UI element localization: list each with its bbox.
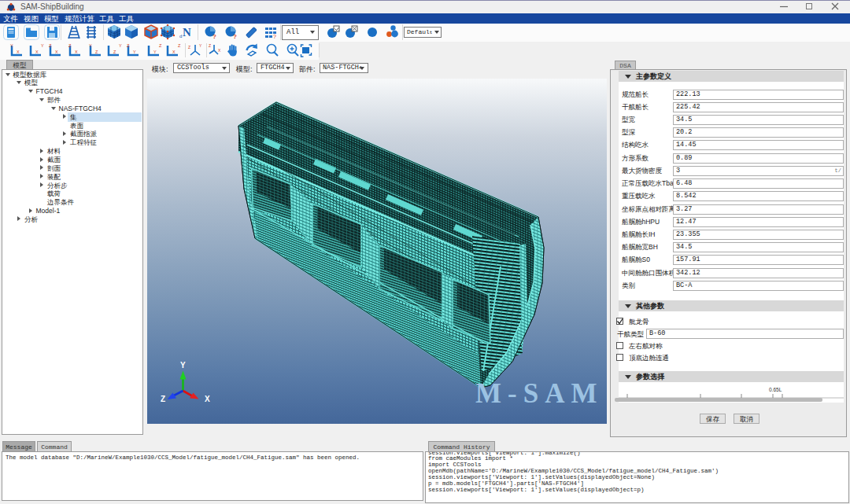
- svg-text:X: X: [17, 50, 20, 54]
- svg-text:?: ?: [213, 33, 216, 40]
- svg-text:?: ?: [273, 34, 276, 39]
- svg-text:Z: Z: [68, 43, 72, 48]
- svg-text:Y: Y: [41, 43, 44, 48]
- svg-text:X: X: [205, 395, 210, 403]
- svg-text:Z: Z: [113, 50, 116, 54]
- svg-text:?: ?: [233, 33, 237, 40]
- svg-text:Y: Y: [89, 43, 92, 48]
- svg-text:X: X: [75, 50, 78, 54]
- svg-text:Y: Y: [133, 50, 136, 54]
- svg-text:d: d: [179, 34, 182, 39]
- svg-text:Y: Y: [119, 43, 122, 48]
- svg-text:Z: Z: [209, 43, 211, 48]
- svg-text:Y: Y: [180, 361, 186, 370]
- svg-text:Y: Y: [153, 50, 157, 54]
- svg-text:X: X: [218, 48, 221, 53]
- svg-text:Z: Z: [178, 43, 181, 48]
- svg-text:Y: Y: [199, 43, 202, 48]
- svg-text:X: X: [35, 50, 39, 54]
- svg-text:X: X: [55, 50, 58, 54]
- svg-text:Z: Z: [159, 43, 162, 48]
- svg-text:X: X: [172, 50, 176, 54]
- svg-text:Z: Z: [95, 50, 98, 54]
- svg-text:Y: Y: [10, 43, 13, 48]
- svg-text:Z: Z: [49, 43, 52, 48]
- svg-text:Z: Z: [188, 45, 190, 50]
- svg-text:N: N: [183, 26, 191, 39]
- svg-text:Z: Z: [161, 395, 165, 403]
- svg-text:Z: Z: [127, 43, 130, 48]
